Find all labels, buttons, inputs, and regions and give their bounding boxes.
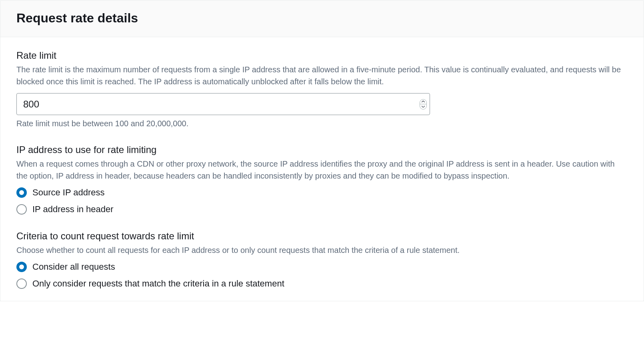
radio-indicator <box>16 204 27 215</box>
stepper-up-button[interactable] <box>420 99 426 104</box>
panel-header: Request rate details <box>0 0 644 37</box>
criteria-label: Criteria to count request towards rate l… <box>16 231 628 242</box>
panel-body: Rate limit The rate limit is the maximum… <box>0 37 644 301</box>
radio-label-rule-match: Only consider requests that match the cr… <box>32 278 284 289</box>
rate-limit-input-wrapper <box>16 93 430 115</box>
rate-limit-hint: Rate limit must be between 100 and 20,00… <box>16 119 628 128</box>
radio-source-ip[interactable]: Source IP address <box>16 187 628 198</box>
criteria-field: Criteria to count request towards rate l… <box>16 231 628 289</box>
radio-indicator <box>16 278 27 289</box>
criteria-description: Choose whether to count all requests for… <box>16 244 628 256</box>
radio-label-header-ip: IP address in header <box>32 204 114 215</box>
panel-title: Request rate details <box>16 11 628 26</box>
chevron-down-icon <box>422 105 425 107</box>
radio-label-all-requests: Consider all requests <box>32 262 115 272</box>
rate-limit-input[interactable] <box>16 93 430 115</box>
rate-limit-field: Rate limit The rate limit is the maximum… <box>16 50 628 128</box>
radio-indicator-selected <box>16 262 27 272</box>
stepper-down-button[interactable] <box>420 104 426 109</box>
radio-rule-match[interactable]: Only consider requests that match the cr… <box>16 278 628 289</box>
radio-indicator-selected <box>16 187 27 198</box>
rate-limit-label: Rate limit <box>16 50 628 61</box>
ip-address-description: When a request comes through a CDN or ot… <box>16 158 628 182</box>
criteria-radio-group: Consider all requests Only consider requ… <box>16 262 628 289</box>
ip-address-radio-group: Source IP address IP address in header <box>16 187 628 215</box>
rate-limit-description: The rate limit is the maximum number of … <box>16 64 628 88</box>
ip-address-field: IP address to use for rate limiting When… <box>16 144 628 215</box>
radio-label-source-ip: Source IP address <box>32 187 105 198</box>
radio-all-requests[interactable]: Consider all requests <box>16 262 628 272</box>
ip-address-label: IP address to use for rate limiting <box>16 144 628 155</box>
radio-header-ip[interactable]: IP address in header <box>16 204 628 215</box>
chevron-up-icon <box>422 101 425 103</box>
request-rate-details-panel: Request rate details Rate limit The rate… <box>0 0 644 301</box>
number-stepper <box>420 99 427 109</box>
